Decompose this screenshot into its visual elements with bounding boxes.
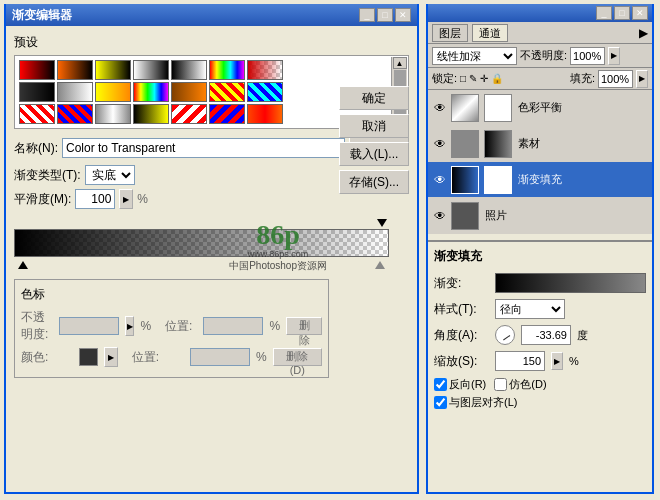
preset-2[interactable] bbox=[57, 60, 93, 80]
bottom-left-arrow bbox=[18, 261, 28, 269]
lock-fill-row: 锁定: □ ✎ ✛ 🔒 填充: ▶ bbox=[428, 68, 652, 90]
lock-box-icon[interactable]: □ bbox=[460, 73, 466, 84]
preset-18[interactable] bbox=[133, 104, 169, 124]
cancel-button[interactable]: 取消 bbox=[339, 114, 409, 138]
layer-item-material[interactable]: 👁 素材 bbox=[428, 126, 652, 162]
scale-arrow-btn[interactable]: ▶ bbox=[551, 352, 563, 370]
delete-btn2[interactable]: 删除(D) bbox=[273, 348, 322, 366]
tab-channels[interactable]: 通道 bbox=[472, 24, 508, 42]
dither-checkbox-label[interactable]: 仿色(D) bbox=[494, 377, 546, 392]
preset-10[interactable] bbox=[95, 82, 131, 102]
lock-padlock-icon[interactable]: 🔒 bbox=[491, 73, 503, 84]
angle-unit: 度 bbox=[577, 328, 588, 343]
color-arrow[interactable]: ▶ bbox=[104, 347, 117, 367]
gradient-editor-window: 渐变编辑器 _ □ ✕ 预设 bbox=[4, 4, 419, 494]
pos-input2[interactable] bbox=[190, 348, 250, 366]
preset-14[interactable] bbox=[247, 82, 283, 102]
fill-input[interactable] bbox=[598, 70, 633, 88]
preset-21[interactable] bbox=[247, 104, 283, 124]
name-input[interactable] bbox=[62, 138, 345, 158]
lock-brush-icon[interactable]: ✎ bbox=[469, 73, 477, 84]
window-controls: _ □ ✕ bbox=[359, 8, 411, 22]
presets-row-1 bbox=[19, 60, 386, 80]
layer-name-material: 素材 bbox=[515, 136, 648, 151]
reverse-checkbox-label[interactable]: 反向(R) bbox=[434, 377, 486, 392]
lock-label: 锁定: bbox=[432, 71, 457, 86]
layer-item-color-balance[interactable]: 👁 色彩平衡 bbox=[428, 90, 652, 126]
color-swatch[interactable] bbox=[79, 348, 98, 366]
blend-mode-select[interactable]: 线性加深 bbox=[432, 47, 517, 65]
grad-style-row: 样式(T): 径向 bbox=[434, 299, 646, 319]
r-maximize[interactable]: □ bbox=[614, 6, 630, 20]
color-stops-section: 色标 不透明度: ▶ % 位置: % 删除(D) 颜色: ▶ 位置: % 删除(… bbox=[14, 279, 329, 378]
delete-btn1[interactable]: 删除(D) bbox=[286, 317, 322, 335]
smooth-input[interactable] bbox=[75, 189, 115, 209]
preset-4[interactable] bbox=[133, 60, 169, 80]
style-select[interactable]: 径向 bbox=[495, 299, 565, 319]
lock-move-icon[interactable]: ✛ bbox=[480, 73, 488, 84]
angle-dial[interactable] bbox=[495, 325, 515, 345]
save-button[interactable]: 存储(S)... bbox=[339, 170, 409, 194]
align-checkbox[interactable] bbox=[434, 396, 447, 409]
opacity-arrow[interactable]: ▶ bbox=[125, 316, 134, 336]
scroll-up-btn[interactable]: ▲ bbox=[393, 57, 407, 69]
reverse-checkbox[interactable] bbox=[434, 378, 447, 391]
preset-9[interactable] bbox=[57, 82, 93, 102]
color-stop-row: 颜色: ▶ 位置: % 删除(D) bbox=[21, 347, 322, 367]
layer-eye-material[interactable]: 👁 bbox=[432, 136, 448, 152]
r-minimize[interactable]: _ bbox=[596, 6, 612, 20]
preset-13[interactable] bbox=[209, 82, 245, 102]
color-stops-title: 色标 bbox=[21, 286, 322, 303]
layer-mask-gradient-fill bbox=[484, 166, 512, 194]
close-button[interactable]: ✕ bbox=[395, 8, 411, 22]
type-select[interactable]: 实底 bbox=[85, 165, 135, 185]
load-button[interactable]: 载入(L)... bbox=[339, 142, 409, 166]
pos-pct2: % bbox=[256, 350, 267, 364]
preset-1[interactable] bbox=[19, 60, 55, 80]
layer-eye-photo[interactable]: 👁 bbox=[432, 208, 448, 224]
minimize-button[interactable]: _ bbox=[359, 8, 375, 22]
layer-eye-gradient-fill[interactable]: 👁 bbox=[432, 172, 448, 188]
preset-19[interactable] bbox=[171, 104, 207, 124]
ok-button[interactable]: 确定 bbox=[339, 86, 409, 110]
r-close[interactable]: ✕ bbox=[632, 6, 648, 20]
angle-indicator bbox=[503, 335, 510, 340]
dither-checkbox[interactable] bbox=[494, 378, 507, 391]
opacity-arrow-btn[interactable]: ▶ bbox=[608, 47, 620, 65]
preset-7[interactable] bbox=[247, 60, 283, 80]
dither-label: 仿色(D) bbox=[509, 377, 546, 392]
scale-input[interactable] bbox=[495, 351, 545, 371]
preset-15[interactable] bbox=[19, 104, 55, 124]
preset-11[interactable] bbox=[133, 82, 169, 102]
preset-17[interactable] bbox=[95, 104, 131, 124]
layers-toolbar: 线性加深 不透明度: ▶ bbox=[428, 44, 652, 68]
preset-3[interactable] bbox=[95, 60, 131, 80]
pos-input1[interactable] bbox=[203, 317, 263, 335]
opacity-stop-input[interactable] bbox=[59, 317, 119, 335]
layer-eye-color-balance[interactable]: 👁 bbox=[432, 100, 448, 116]
fill-arrow-btn[interactable]: ▶ bbox=[636, 70, 648, 88]
layer-item-photo[interactable]: 👁 照片 bbox=[428, 198, 652, 234]
grad-scale-row: 缩放(S): ▶ % bbox=[434, 351, 646, 371]
opacity-toolbar-input[interactable] bbox=[570, 47, 605, 65]
preset-5[interactable] bbox=[171, 60, 207, 80]
layer-mask-material bbox=[484, 130, 512, 158]
angle-input[interactable] bbox=[521, 325, 571, 345]
preset-6[interactable] bbox=[209, 60, 245, 80]
panel-menu-btn[interactable]: ▶ bbox=[639, 26, 648, 40]
align-checkbox-label[interactable]: 与图层对齐(L) bbox=[434, 395, 517, 410]
preset-8[interactable] bbox=[19, 82, 55, 102]
gradient-preview[interactable] bbox=[495, 273, 646, 293]
color-stop-label: 颜色: bbox=[21, 349, 73, 366]
layer-item-gradient-fill[interactable]: 👁 渐变填充 bbox=[428, 162, 652, 198]
tab-layers[interactable]: 图层 bbox=[432, 24, 468, 42]
maximize-button[interactable]: □ bbox=[377, 8, 393, 22]
scale-unit: % bbox=[569, 355, 579, 367]
grad-angle-row: 角度(A): 度 bbox=[434, 325, 646, 345]
preset-12[interactable] bbox=[171, 82, 207, 102]
preset-16[interactable] bbox=[57, 104, 93, 124]
preset-20[interactable] bbox=[209, 104, 245, 124]
logo-watermark: 86p www.86ps.com 中国Photoshop资源网 bbox=[229, 221, 327, 273]
presets-row-2 bbox=[19, 82, 386, 102]
smooth-arrow-btn[interactable]: ▶ bbox=[119, 189, 133, 209]
